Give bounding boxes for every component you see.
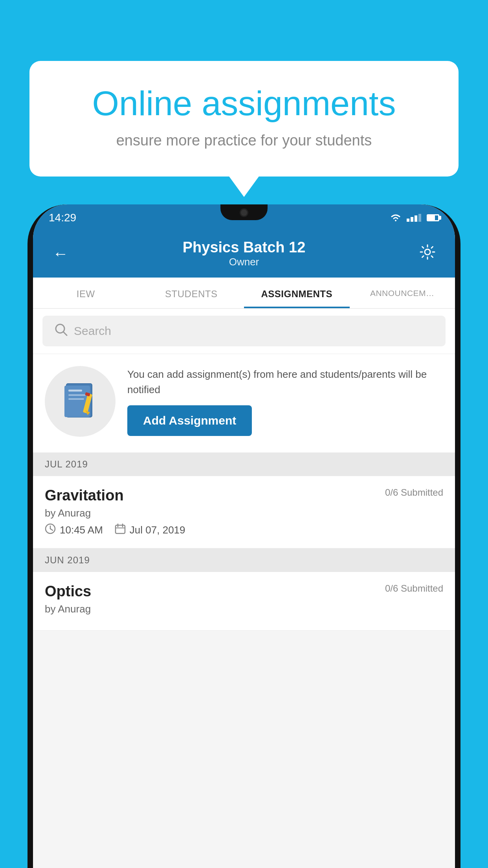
wifi-icon: [390, 213, 401, 222]
notch-camera: [240, 208, 248, 217]
speech-bubble-subtitle: ensure more practice for your students: [61, 132, 427, 149]
phone-screen: 14:29: [33, 204, 455, 868]
assignment-item-gravitation[interactable]: Gravitation 0/6 Submitted by Anurag: [33, 476, 455, 548]
search-input-placeholder[interactable]: Search: [74, 324, 111, 338]
tab-assignments[interactable]: ASSIGNMENTS: [244, 278, 350, 308]
add-assignment-promo: You can add assignment(s) from here and …: [33, 354, 455, 452]
assignment-date: Jul 07, 2019: [115, 523, 185, 537]
search-bar[interactable]: Search: [42, 316, 446, 346]
add-assignment-button[interactable]: Add Assignment: [127, 405, 252, 436]
status-bar: 14:29: [33, 204, 455, 231]
svg-rect-7: [68, 398, 84, 400]
tab-overview[interactable]: IEW: [33, 278, 139, 308]
assignment-date-value: Jul 07, 2019: [130, 524, 185, 536]
settings-icon[interactable]: [416, 244, 439, 264]
assignment-name: Gravitation: [45, 487, 124, 504]
assignment-meta: 10:45 AM Jul 07, 2019: [45, 523, 443, 537]
header-subtitle: Owner: [183, 256, 306, 268]
signal-icon: [407, 214, 421, 222]
svg-line-13: [50, 529, 53, 530]
speech-bubble-title: Online assignments: [61, 85, 427, 123]
assignment-top-optics: Optics 0/6 Submitted: [45, 583, 443, 600]
section-header-jul: JUL 2019: [33, 452, 455, 476]
header-title-group: Physics Batch 12 Owner: [183, 239, 306, 268]
svg-rect-14: [116, 525, 125, 533]
promo-right: You can add assignment(s) from here and …: [127, 367, 443, 436]
app-header: ← Physics Batch 12 Owner: [33, 231, 455, 278]
speech-bubble: Online assignments ensure more practice …: [29, 61, 459, 177]
phone-frame: 14:29: [28, 204, 460, 868]
promo-text: You can add assignment(s) from here and …: [127, 367, 443, 397]
tab-students[interactable]: STUDENTS: [139, 278, 244, 308]
svg-rect-6: [68, 394, 86, 396]
assignment-by-optics: by Anurag: [45, 603, 443, 615]
battery-icon: [427, 214, 439, 221]
svg-line-2: [63, 332, 67, 335]
calendar-icon: [115, 523, 126, 537]
assignment-submitted-optics: 0/6 Submitted: [385, 583, 443, 594]
status-time: 14:29: [49, 211, 76, 224]
svg-point-0: [425, 249, 430, 255]
section-header-jun: JUN 2019: [33, 548, 455, 572]
header-title: Physics Batch 12: [183, 239, 306, 256]
clock-icon: [45, 523, 56, 537]
tabs-bar: IEW STUDENTS ASSIGNMENTS ANNOUNCEM…: [33, 278, 455, 309]
assignment-time: 10:45 AM: [45, 523, 103, 537]
back-button[interactable]: ←: [49, 245, 72, 263]
speech-bubble-container: Online assignments ensure more practice …: [29, 61, 459, 177]
assignment-time-value: 10:45 AM: [60, 524, 103, 536]
assignment-by: by Anurag: [45, 507, 443, 519]
assignment-name-optics: Optics: [45, 583, 91, 600]
assignment-item-optics[interactable]: Optics 0/6 Submitted by Anurag: [33, 572, 455, 631]
tab-announcements[interactable]: ANNOUNCEM…: [350, 278, 455, 308]
promo-icon-circle: [45, 366, 116, 437]
assignment-top: Gravitation 0/6 Submitted: [45, 487, 443, 504]
status-icons: [390, 213, 439, 222]
notch: [220, 204, 268, 220]
svg-rect-5: [68, 390, 82, 392]
search-container: Search: [33, 309, 455, 353]
background: Online assignments ensure more practice …: [0, 0, 488, 868]
search-icon: [54, 323, 68, 339]
assignment-submitted: 0/6 Submitted: [385, 487, 443, 498]
notebook-icon: [62, 382, 98, 421]
